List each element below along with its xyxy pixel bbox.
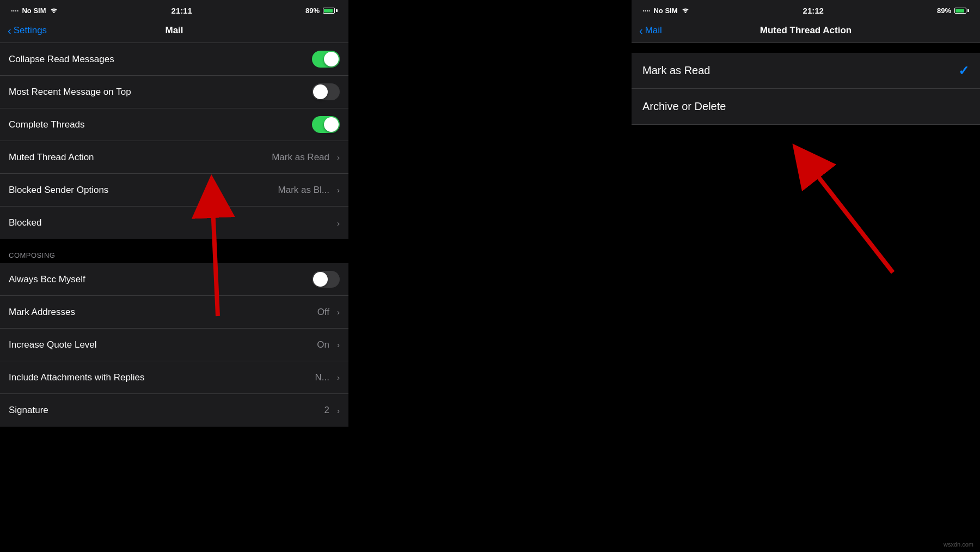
- complete-threads-thumb: [324, 117, 339, 132]
- composing-settings-list: Always Bcc Myself Mark Addresses Off › I…: [0, 263, 348, 427]
- right-status-left: ···· No SIM: [642, 7, 690, 15]
- blocked-sender-label: Blocked Sender Options: [9, 185, 278, 196]
- mark-addresses-chevron-icon: ›: [337, 307, 340, 317]
- carrier-label: No SIM: [22, 7, 46, 15]
- action-item-archive-or-delete[interactable]: Archive or Delete: [632, 89, 980, 125]
- most-recent-thumb: [313, 84, 328, 99]
- settings-item-increase-quote[interactable]: Increase Quote Level On ›: [0, 329, 348, 361]
- blocked-label: Blocked: [9, 217, 337, 228]
- left-back-button[interactable]: ‹ Settings: [8, 25, 47, 36]
- left-back-chevron-icon: ‹: [8, 25, 11, 36]
- settings-item-collapse-read[interactable]: Collapse Read Messages: [0, 43, 348, 76]
- right-battery-percent: 89%: [937, 7, 951, 15]
- complete-threads-toggle[interactable]: [312, 116, 340, 133]
- mark-as-read-checkmark-icon: ✓: [958, 63, 969, 78]
- left-phone-panel: ···· No SIM 21:11 89% ‹ Settings Mail: [0, 0, 348, 552]
- battery-percent-left: 89%: [305, 7, 320, 15]
- settings-item-blocked[interactable]: Blocked ›: [0, 207, 348, 239]
- left-status-right: 89%: [305, 7, 338, 15]
- most-recent-toggle[interactable]: [312, 83, 340, 100]
- carrier-dots: ····: [11, 7, 19, 15]
- right-carrier-label: No SIM: [653, 7, 677, 15]
- increase-quote-value: On: [317, 339, 329, 350]
- left-status-bar: ···· No SIM 21:11 89%: [0, 0, 348, 20]
- muted-thread-value: Mark as Read: [272, 152, 329, 163]
- muted-thread-chevron-icon: ›: [337, 153, 340, 162]
- blocked-sender-row: Mark as Bl... ›: [278, 185, 340, 196]
- mark-addresses-label: Mark Addresses: [9, 307, 317, 318]
- battery-icon-left: [323, 8, 338, 14]
- settings-item-most-recent[interactable]: Most Recent Message on Top: [0, 76, 348, 108]
- increase-quote-label: Increase Quote Level: [9, 339, 317, 350]
- include-attachments-value: N...: [315, 372, 329, 383]
- right-back-label: Mail: [645, 25, 662, 36]
- complete-threads-label: Complete Threads: [9, 119, 312, 130]
- left-nav-bar: ‹ Settings Mail: [0, 20, 348, 43]
- svg-line-3: [806, 161, 893, 272]
- archive-or-delete-label: Archive or Delete: [642, 100, 726, 113]
- settings-item-mark-addresses[interactable]: Mark Addresses Off ›: [0, 296, 348, 329]
- battery-icon-right: [954, 8, 969, 14]
- settings-item-muted-thread[interactable]: Muted Thread Action Mark as Read ›: [0, 141, 348, 174]
- left-status-left: ···· No SIM: [11, 7, 58, 15]
- collapse-read-toggle[interactable]: [312, 51, 340, 68]
- most-recent-label: Most Recent Message on Top: [9, 87, 312, 98]
- left-time: 21:11: [171, 6, 192, 15]
- signature-chevron-icon: ›: [337, 406, 340, 415]
- right-phone-panel: ···· No SIM 21:12 89% ‹ Mail Muted Threa…: [632, 0, 980, 552]
- right-status-right: 89%: [937, 7, 969, 15]
- blocked-chevron-icon: ›: [337, 219, 340, 228]
- include-attachments-row: N... ›: [315, 372, 340, 383]
- watermark: wsxdn.com: [944, 541, 973, 548]
- right-back-button[interactable]: ‹ Mail: [639, 25, 662, 36]
- settings-item-always-bcc[interactable]: Always Bcc Myself: [0, 263, 348, 296]
- signature-label: Signature: [9, 405, 324, 416]
- composing-header-text: COMPOSING: [9, 251, 55, 259]
- increase-quote-row: On ›: [317, 339, 340, 350]
- right-nav-title: Muted Thread Action: [760, 25, 852, 36]
- include-attachments-label: Include Attachments with Replies: [9, 372, 315, 383]
- wifi-icon: [50, 7, 58, 15]
- signature-row: 2 ›: [324, 405, 340, 416]
- blocked-sender-value: Mark as Bl...: [278, 185, 329, 196]
- right-back-chevron-icon: ‹: [639, 25, 643, 36]
- right-nav-bar: ‹ Mail Muted Thread Action: [632, 20, 980, 43]
- left-settings-list: Collapse Read Messages Most Recent Messa…: [0, 43, 348, 239]
- right-status-bar: ···· No SIM 21:12 89%: [632, 0, 980, 20]
- mark-as-read-label: Mark as Read: [642, 64, 710, 77]
- blocked-sender-chevron-icon: ›: [337, 185, 340, 195]
- left-back-label: Settings: [14, 25, 47, 36]
- action-item-mark-as-read[interactable]: Mark as Read ✓: [632, 53, 980, 89]
- mark-addresses-row: Off ›: [317, 307, 340, 318]
- mark-addresses-value: Off: [317, 307, 329, 318]
- settings-item-include-attachments[interactable]: Include Attachments with Replies N... ›: [0, 361, 348, 394]
- muted-thread-row: Mark as Read ›: [272, 152, 340, 163]
- collapse-read-label: Collapse Read Messages: [9, 54, 312, 65]
- composing-section-header: COMPOSING: [0, 239, 348, 263]
- increase-quote-chevron-icon: ›: [337, 340, 340, 349]
- settings-item-complete-threads[interactable]: Complete Threads: [0, 108, 348, 141]
- include-attachments-chevron-icon: ›: [337, 373, 340, 382]
- right-carrier-dots: ····: [642, 7, 650, 15]
- settings-item-blocked-sender[interactable]: Blocked Sender Options Mark as Bl... ›: [0, 174, 348, 207]
- right-separator: [632, 43, 980, 53]
- collapse-read-thumb: [324, 52, 339, 66]
- right-action-list: Mark as Read ✓ Archive or Delete: [632, 53, 980, 125]
- always-bcc-toggle[interactable]: [312, 271, 340, 288]
- signature-value: 2: [324, 405, 329, 416]
- left-nav-title: Mail: [165, 25, 183, 36]
- right-wifi-icon: [681, 7, 690, 15]
- muted-thread-label: Muted Thread Action: [9, 152, 272, 163]
- settings-item-signature[interactable]: Signature 2 ›: [0, 394, 348, 427]
- always-bcc-thumb: [313, 272, 328, 287]
- right-time: 21:12: [803, 6, 824, 15]
- always-bcc-label: Always Bcc Myself: [9, 274, 312, 285]
